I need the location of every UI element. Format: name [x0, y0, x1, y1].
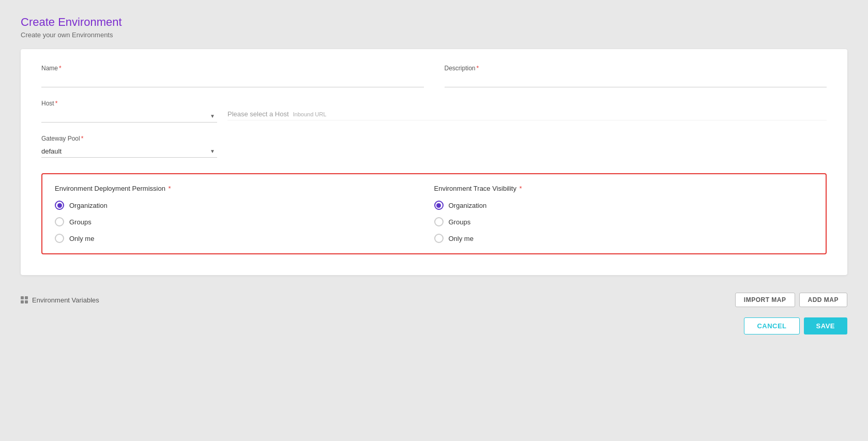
inbound-url-label: Inbound URL	[293, 111, 327, 117]
deployment-required: *	[166, 185, 171, 192]
deployment-onlyme-radio[interactable]	[55, 234, 64, 243]
name-group: Name*	[41, 65, 424, 87]
deployment-org-option[interactable]: Organization	[55, 201, 434, 210]
trace-visibility-section: Environment Trace Visibility * Organizat…	[434, 185, 814, 243]
import-map-button[interactable]: IMPORT MAP	[735, 293, 795, 307]
gateway-row: Gateway Pool* default ▼	[41, 135, 827, 158]
host-select[interactable]	[41, 112, 217, 120]
cancel-button[interactable]: CANCEL	[744, 317, 799, 334]
grid-icon	[21, 296, 28, 303]
host-info: Please select a Host Inbound URL	[227, 110, 827, 120]
save-button[interactable]: SAVE	[804, 317, 847, 334]
trace-groups-option[interactable]: Groups	[434, 217, 814, 226]
trace-visibility-title: Environment Trace Visibility *	[434, 185, 814, 192]
trace-org-label: Organization	[449, 202, 487, 209]
trace-groups-label: Groups	[449, 218, 471, 226]
gateway-required: *	[81, 135, 84, 142]
map-buttons: IMPORT MAP ADD MAP	[735, 293, 847, 307]
form-card: Name* Description* Host*	[21, 49, 847, 275]
deployment-onlyme-option[interactable]: Only me	[55, 234, 434, 243]
description-input[interactable]	[445, 75, 827, 87]
gateway-pool-label: Gateway Pool*	[41, 135, 217, 142]
name-label: Name*	[41, 65, 424, 72]
trace-onlyme-label: Only me	[449, 235, 474, 242]
trace-radio-group: Organization Groups Only me	[434, 201, 814, 243]
name-description-row: Name* Description*	[41, 65, 827, 87]
host-required: *	[55, 100, 58, 107]
env-variables: Environment Variables	[21, 296, 99, 304]
trace-onlyme-radio[interactable]	[434, 234, 444, 243]
trace-onlyme-option[interactable]: Only me	[434, 234, 814, 243]
trace-org-option[interactable]: Organization	[434, 201, 814, 210]
gateway-select-wrapper: default ▼	[41, 145, 217, 158]
trace-required: *	[517, 185, 522, 192]
description-required: *	[477, 65, 479, 72]
name-required: *	[59, 65, 62, 72]
deployment-groups-label: Groups	[69, 218, 92, 226]
host-select-group: Host* ▼	[41, 100, 217, 123]
deployment-groups-radio[interactable]	[55, 217, 64, 226]
trace-groups-radio[interactable]	[434, 217, 444, 226]
deployment-permission-title: Environment Deployment Permission *	[55, 185, 434, 192]
description-label: Description*	[445, 65, 827, 72]
deployment-radio-group: Organization Groups Only me	[55, 201, 434, 243]
host-label: Host*	[41, 100, 217, 107]
deployment-permission-section: Environment Deployment Permission * Orga…	[55, 185, 434, 243]
action-buttons: CANCEL SAVE	[21, 317, 847, 334]
host-select-text: Please select a Host	[227, 110, 289, 118]
env-variables-label: Environment Variables	[32, 296, 99, 304]
trace-org-radio[interactable]	[434, 201, 444, 210]
deployment-groups-option[interactable]: Groups	[55, 217, 434, 226]
host-placeholder-group: Please select a Host Inbound URL	[227, 110, 827, 123]
deployment-onlyme-label: Only me	[69, 235, 94, 242]
gateway-group: Gateway Pool* default ▼	[41, 135, 217, 158]
host-row: Host* ▼ Please select a Host Inbound URL	[41, 100, 827, 123]
page-title: Create Environment	[21, 16, 847, 29]
deployment-org-label: Organization	[69, 202, 108, 209]
permissions-box: Environment Deployment Permission * Orga…	[41, 173, 827, 254]
description-group: Description*	[445, 65, 827, 87]
gateway-pool-select[interactable]: default	[41, 147, 217, 155]
deployment-org-radio[interactable]	[55, 201, 64, 210]
host-select-wrapper: ▼	[41, 110, 217, 123]
bottom-section: Environment Variables IMPORT MAP ADD MAP	[21, 287, 847, 307]
page-subtitle: Create your own Environments	[21, 31, 847, 39]
add-map-button[interactable]: ADD MAP	[799, 293, 848, 307]
name-input[interactable]	[41, 75, 424, 87]
